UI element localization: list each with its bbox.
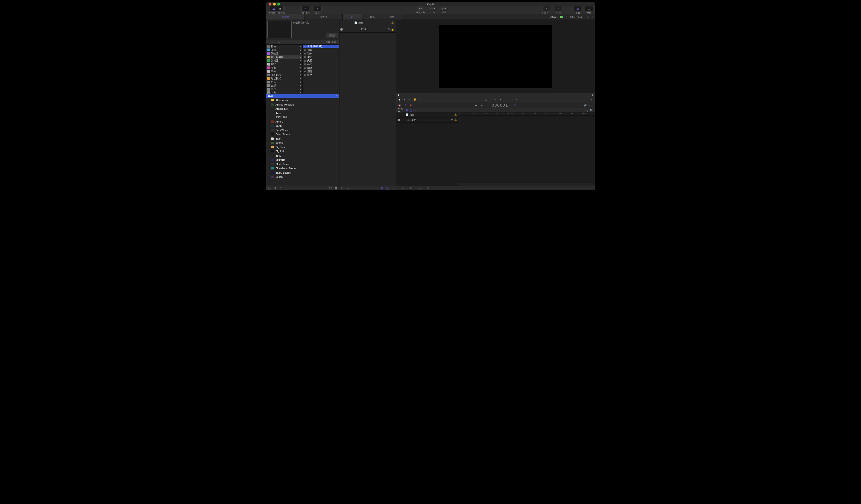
category-行为[interactable]: 行为▶ [266,45,302,48]
layer-visibility-checkbox[interactable] [398,119,400,121]
subcategory-动物[interactable]: ▣动物 [303,52,339,55]
rect-tool[interactable]: ▬ [484,98,488,101]
mask-button[interactable]: ▦ [380,187,384,190]
preset-item[interactable]: Afterburner [266,98,339,103]
mini-timeline[interactable]: ▮ ▮ [396,93,595,97]
category-复制器[interactable]: 复制器▶ [266,59,302,63]
subcategory-烟火[interactable]: ▣烟火 [303,66,339,70]
expand-button[interactable]: ⤢ [590,98,593,101]
line-tool[interactable]: ／ [503,98,507,101]
show-menu[interactable]: 显示▾ [577,15,583,19]
preset-item[interactable]: Big Blast [266,145,339,149]
text-tool[interactable]: T [509,98,513,101]
category-发生器[interactable]: 发生器▶ [266,52,302,55]
preset-item[interactable]: Arcs [266,111,339,115]
apply-button[interactable]: 应用 [326,33,338,39]
preset-item[interactable]: Bokeh [266,175,339,179]
layer-project[interactable]: 📄 项目 🔒 [339,20,396,26]
pointer-tool[interactable]: ▲ [398,98,401,101]
timeline-ruler[interactable]: 161121181241301361421481541601 [459,112,595,115]
subcategory-烟雾[interactable]: ▣烟雾 [303,70,339,73]
subcategory-科幻[interactable]: ▣科幻 [303,63,339,66]
tab-audio[interactable]: 音频 [382,14,402,19]
preset-item[interactable]: Analog Modulator [266,103,339,107]
mask-tool[interactable]: ▭ [519,98,523,101]
preset-item[interactable]: Big Rain [266,149,339,153]
search-button[interactable] [273,187,277,190]
timing-pane-button[interactable]: ▭ [578,104,582,107]
preset-item[interactable]: Basic Smoke [266,132,339,137]
tl-project-row[interactable]: 📄 项目 🔒 [396,112,459,118]
lock-icon[interactable]: 🔒 [391,22,394,24]
bezier-tool[interactable]: ✧ [407,98,411,101]
hand-tool[interactable]: ✋ [413,98,417,101]
play-button[interactable]: ▶ [480,104,483,107]
list-view-button[interactable] [334,187,338,190]
zoom-label[interactable]: 100%◇ [550,16,558,18]
path-forward-button[interactable]: › [271,41,274,43]
canvas[interactable] [439,25,552,88]
path-back-button[interactable]: ‹ [267,41,271,43]
theme-filter[interactable]: 主题: 全部 ▾ [326,41,338,44]
tab-inspector[interactable]: 检查器 [304,14,343,19]
loop-button[interactable]: ⟳ [404,104,407,107]
playhead-icon[interactable]: ▮ [398,94,399,96]
subcategory-火花[interactable]: ▣火花 [303,59,339,63]
library-toggle[interactable] [271,7,276,11]
fit-button[interactable]: ▭ [346,187,350,190]
row-size-menu[interactable]: 小 [398,187,400,190]
category-照片[interactable]: 照片▶ [266,87,302,91]
keyframe-button[interactable]: ◇◇ [589,104,593,107]
tab-media[interactable]: 媒体 [363,14,382,19]
category-材质[interactable]: 材质▶ [266,80,302,84]
category-字体[interactable]: 字体▶ [266,70,302,73]
out-marker-icon[interactable]: ▮ [591,94,593,96]
preset-item[interactable]: Black Smoke [266,162,339,166]
preset-item[interactable]: Aurora [266,120,339,124]
preset-item[interactable]: Bit Parts [266,158,339,162]
color-channel-button[interactable] [560,16,563,18]
paint-tool[interactable]: ✎ [494,98,497,101]
subcategory-抽象[interactable]: ▣抽象 [303,48,339,52]
search-button[interactable] [410,187,413,190]
inspector-toggle[interactable] [277,7,282,11]
mute-button[interactable]: 🔇 [398,104,402,107]
lock-icon[interactable]: 🔒 [454,119,457,121]
tab-layers[interactable]: 层 [343,14,363,19]
category-渐变[interactable]: 渐变▶ [266,66,302,70]
record-button[interactable]: ◉ [409,104,413,107]
make-particles-button[interactable]: ✦ [544,7,549,11]
category-音乐[interactable]: 音乐▶ [266,84,302,87]
behavior-button[interactable]: ◯▾ [429,7,437,11]
preset-item[interactable]: ASCII Field [266,115,339,120]
preset-item[interactable]: Bars Weave [266,128,339,133]
hud-button[interactable]: ▣ [575,7,580,11]
category-内容[interactable]: 内容▶ [266,91,302,94]
import-button[interactable] [315,7,320,11]
category-形状样式[interactable]: 形状样式▶ [266,77,302,81]
audio-button[interactable]: 🔊 [584,104,587,107]
search-button[interactable] [341,187,344,190]
layer-visibility-checkbox[interactable] [340,28,343,30]
preset-list-header[interactable]: 名称 ⌃ [266,94,339,98]
subcategory-全部  (209 项)[interactable]: ▣全部 (209 项) [303,45,339,48]
tl-group-row[interactable]: ▭ 群组 ⚑🔒 [396,118,459,123]
preset-item[interactable]: Blue Green Blocks [266,166,339,171]
add-object-button[interactable]: +▾ [417,6,424,11]
filter-button[interactable]: ◐▾ [440,7,448,11]
grid-view-button[interactable] [329,187,332,190]
preset-item[interactable]: Beans [266,141,339,145]
view-layout-button[interactable]: ▭ [586,15,589,19]
category-滤镜[interactable]: 滤镜▶ [266,48,302,52]
stack-button[interactable]: ▯ [279,187,283,190]
category-粒子发射器[interactable]: 粒子发射器▶ [266,55,302,59]
timeline-tracks[interactable] [459,115,595,182]
preset-item[interactable]: Arabesque [266,107,339,111]
new-folder-button[interactable] [268,187,271,190]
tab-library[interactable]: 资源库 [266,14,304,19]
layer-group[interactable]: ▭ 群组 ⚑🔒 [339,26,396,33]
lock-icon[interactable]: 🔒 [454,113,457,116]
subcategory-自然[interactable]: ▣自然 [303,73,339,77]
subcategory-都市[interactable]: ▣都市 [303,55,339,59]
render-menu[interactable]: 渲染▾ [569,15,575,19]
